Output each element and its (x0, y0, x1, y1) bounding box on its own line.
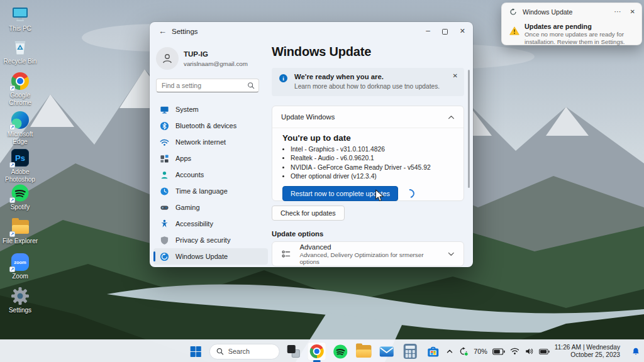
desktop-icon-label: Microsoft Edge (1, 131, 39, 145)
desktop-icon-zoom[interactable]: zoom ↗ Zoom (1, 253, 39, 280)
loading-spinner-icon (404, 187, 416, 199)
power-battery-icon[interactable] (539, 348, 550, 355)
desktop-icon-label: Settings (9, 307, 31, 314)
toast-title: Updates are pending (525, 23, 633, 30)
monitor-icon (11, 5, 30, 24)
advanced-title: Advanced (299, 243, 440, 251)
taskbar-spotify-button[interactable] (331, 342, 350, 361)
toast-app-name: Windows Update (523, 8, 572, 16)
shortcut-arrow-icon: ↗ (9, 124, 15, 130)
expander-label: Update Windows (281, 113, 335, 121)
sidebar-item-gaming[interactable]: Gaming (153, 199, 268, 216)
windows-update-toast[interactable]: Windows Update ⋯ ✕ Updates are pending O… (501, 3, 642, 45)
bluetooth-icon (160, 121, 169, 131)
shortcut-arrow-icon: ↗ (9, 197, 15, 203)
taskbar-file-explorer-button[interactable] (354, 342, 373, 361)
zoom-icon: zoom ↗ (11, 253, 30, 272)
close-icon[interactable]: ✕ (453, 72, 458, 79)
speaker-icon[interactable] (525, 347, 534, 356)
find-a-setting-search[interactable] (156, 79, 259, 92)
advanced-options-row[interactable]: Advanced Advanced, Delivery Optimization… (272, 241, 464, 266)
desktop-icon-adobe-photoshop[interactable]: Ps ↗ Adobe Photoshop (1, 148, 39, 183)
sidebar-item-time-language[interactable]: Time & language (153, 183, 268, 199)
clock-date[interactable]: 11:26 AM | Wednesday October 25, 2023 (555, 344, 620, 359)
taskbar-mail-button[interactable] (377, 342, 396, 361)
chrome-icon (310, 344, 324, 358)
driver-item: Intel - Graphics - v31.0.101.4826 (291, 145, 453, 154)
search-icon (247, 82, 255, 89)
desktop-icon-this-pc[interactable]: This PC (1, 5, 39, 33)
taskbar-calculator-button[interactable] (401, 342, 419, 361)
calculator-icon (403, 344, 416, 359)
account-email: varislnaam@gmail.com (184, 60, 248, 67)
desktop-icon-label: File Explorer (3, 238, 38, 245)
scrollbar[interactable] (468, 70, 470, 188)
desktop-icon-recycle-bin[interactable]: Recycle Bin (1, 38, 39, 65)
desktop-icon-file-explorer[interactable]: ↗ File Explorer (1, 217, 39, 245)
shield-icon (160, 236, 169, 245)
sidebar-item-windows-update[interactable]: Windows Update (153, 248, 268, 265)
gear-icon (11, 287, 30, 305)
wifi-icon[interactable] (510, 348, 519, 355)
sidebar-item-label: Accounts (175, 171, 204, 178)
taskbar-search-input[interactable] (228, 348, 269, 355)
mouse-cursor (375, 189, 384, 202)
update-options-heading: Update options (272, 230, 323, 238)
sidebar-item-label: System (175, 106, 199, 113)
windows-logo-icon (189, 346, 201, 358)
page-title: Windows Update (272, 45, 371, 59)
update-windows-expander[interactable]: Update Windows (272, 106, 464, 128)
system-icon (160, 105, 169, 114)
spotify-icon: ↗ (11, 184, 30, 202)
window-title: Settings (172, 28, 198, 35)
sidebar-item-accounts[interactable]: Accounts (153, 167, 268, 183)
driver-item: Realtek - Audio - v6.0.9620.1 (291, 154, 453, 163)
sidebar-item-apps[interactable]: Apps (153, 150, 268, 167)
tray-update-sync-icon[interactable] (458, 346, 469, 356)
desktop-icon-spotify[interactable]: ↗ Spotify (1, 184, 39, 211)
folder-icon (356, 345, 371, 358)
desktop-icon-settings[interactable]: Settings (1, 287, 39, 314)
banner-headline: We're ready when you are. (294, 73, 384, 80)
sidebar-item-label: Bluetooth & devices (175, 122, 236, 129)
desktop-icon-google-chrome[interactable]: ↗ Google Chrome (1, 72, 39, 106)
avatar[interactable] (156, 47, 179, 70)
update-windows-card: Update Windows You're up to date Intel -… (272, 106, 464, 201)
check-for-updates-button[interactable]: Check for updates (272, 206, 345, 221)
sidebar-item-system[interactable]: System (153, 101, 268, 118)
driver-item: NVIDIA - GeForce Game Ready Driver - v54… (291, 163, 453, 172)
more-options-icon[interactable]: ⋯ (614, 8, 622, 16)
taskbar: 70% 11:26 AM | Wednesday October 25, 202… (0, 339, 644, 362)
task-view-button[interactable] (284, 342, 303, 361)
taskbar-chrome-button[interactable] (308, 342, 326, 361)
taskbar-search[interactable] (209, 344, 280, 359)
search-input[interactable] (162, 82, 247, 89)
sidebar-item-privacy-security[interactable]: Privacy & security (153, 232, 268, 248)
photoshop-icon: Ps ↗ (11, 148, 30, 167)
notification-bell-icon[interactable] (631, 347, 640, 356)
taskbar-store-button[interactable] (424, 342, 443, 361)
sidebar-item-bluetooth-devices[interactable]: Bluetooth & devices (153, 118, 268, 134)
close-icon[interactable]: ✕ (630, 8, 635, 15)
battery-icon[interactable] (492, 348, 505, 355)
chrome-icon: ↗ (11, 72, 30, 90)
sidebar-item-label: Network internet (175, 138, 226, 146)
person-icon (161, 52, 174, 65)
desktop-icon-label: Google Chrome (1, 92, 39, 106)
clock-icon (160, 187, 169, 196)
edge-icon: ↗ (11, 111, 30, 129)
tray-chevron-up-icon[interactable] (446, 348, 453, 355)
sidebar-item-label: Accessibility (175, 220, 213, 228)
sidebar-item-network-internet[interactable]: Network internet (153, 134, 268, 150)
chevron-down-icon (448, 252, 455, 256)
start-button[interactable] (186, 342, 205, 361)
desktop-icon-microsoft-edge[interactable]: ↗ Microsoft Edge (1, 111, 39, 145)
toast-message: Once no more updates are ready for insta… (525, 31, 633, 46)
settings-main-pane: Windows Update i We're ready when you ar… (272, 22, 465, 267)
desktop-icon-label: Spotify (11, 204, 30, 211)
sidebar-item-label: Time & language (175, 187, 228, 195)
ready-banner: i We're ready when you are. Learn more a… (272, 68, 464, 96)
driver-list: Intel - Graphics - v31.0.101.4826 Realte… (282, 145, 453, 182)
back-arrow-icon[interactable]: ← (158, 26, 167, 36)
sidebar-item-accessibility[interactable]: Accessibility (153, 216, 268, 232)
